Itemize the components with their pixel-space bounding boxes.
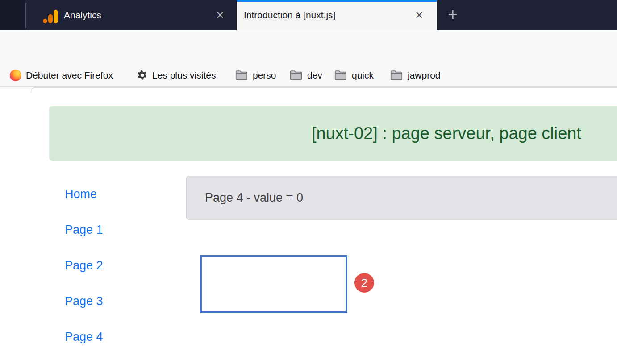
page-value-box: Page 4 - value = 0 (186, 176, 617, 220)
tab-label: Introduction à [nuxt.js] (244, 0, 335, 30)
page-value-text: Page 4 - value = 0 (205, 176, 303, 219)
nav-link-page1[interactable]: Page 1 (65, 223, 103, 237)
page-content: [nuxt-02] : page serveur, page client Ho… (0, 87, 617, 364)
close-icon[interactable]: ✕ (413, 0, 426, 30)
bookmark-label: jawprod (408, 65, 441, 86)
bookmark-label: Les plus visités (152, 65, 216, 86)
nav-link-page2[interactable]: Page 2 (65, 259, 103, 273)
bookmarks-bar: Débuter avec Firefox Les plus visités pe… (0, 65, 617, 87)
bookmark-label: Débuter avec Firefox (26, 65, 113, 86)
tab-nuxt-active[interactable]: Introduction à [nuxt.js] ✕ (237, 0, 437, 30)
banner-title: [nuxt-02] : page serveur, page client (49, 106, 617, 161)
bookmark-label: dev (307, 65, 322, 86)
tab-label: Analytics (64, 0, 101, 30)
folder-icon (390, 70, 404, 81)
bookmark-label: perso (253, 65, 276, 86)
tab-analytics[interactable]: Analytics ✕ (26, 0, 237, 30)
browser-window: Analytics ✕ Introduction à [nuxt.js] ✕ +… (0, 0, 617, 364)
nav-link-page3[interactable]: Page 3 (65, 294, 103, 308)
nav-link-page4[interactable]: Page 4 (65, 330, 103, 344)
close-icon[interactable]: ✕ (213, 0, 227, 30)
gear-icon (137, 70, 148, 81)
new-tab-button[interactable]: + (443, 0, 463, 30)
tabbar-left-strip (0, 0, 25, 30)
success-banner: [nuxt-02] : page serveur, page client (49, 106, 617, 161)
analytics-bars-icon (43, 10, 58, 23)
firefox-icon (10, 70, 21, 81)
nav-link-home[interactable]: Home (65, 187, 97, 201)
tab-bar: Analytics ✕ Introduction à [nuxt.js] ✕ + (0, 0, 617, 30)
navigation-toolbar: localhost:81/nuxt-02/page4 1 (0, 30, 617, 65)
annotation-badge-2: 2 (354, 273, 374, 293)
annotation-box-2 (200, 255, 347, 313)
folder-icon (334, 70, 348, 81)
folder-icon (235, 70, 249, 81)
folder-icon (290, 70, 303, 81)
bookmark-label: quick (352, 65, 374, 86)
